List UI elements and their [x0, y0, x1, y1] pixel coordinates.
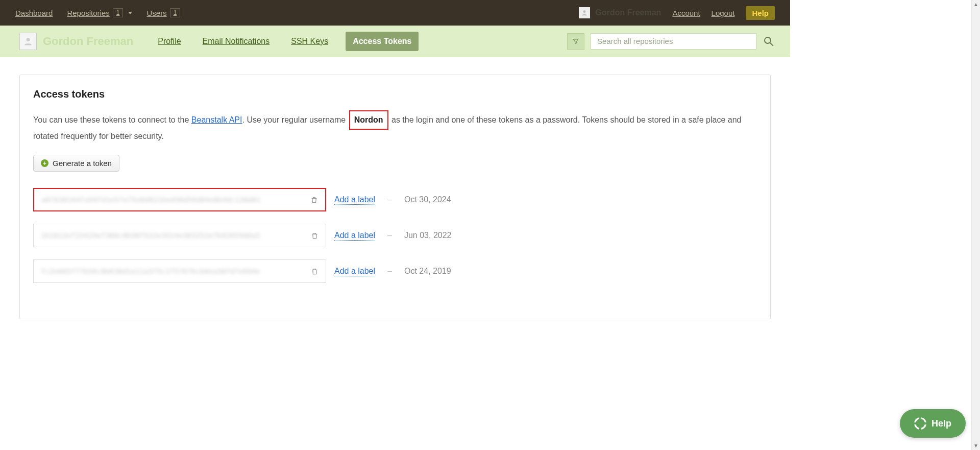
trash-icon[interactable]	[310, 196, 318, 204]
token-date: Oct 30, 2024	[404, 195, 451, 204]
tab-email-notifications[interactable]: Email Notifications	[199, 34, 274, 49]
topbar-right: Gordon Freeman Account Logout Help	[579, 6, 775, 20]
intro-before-link: You can use these tokens to connect to t…	[33, 115, 191, 124]
search-input[interactable]	[591, 33, 756, 50]
plus-icon: +	[41, 159, 48, 167]
profile-tabs: Profile Email Notifications SSH Keys Acc…	[154, 32, 419, 51]
nav-account[interactable]: Account	[672, 9, 700, 17]
nav-users-label: Users	[146, 9, 166, 17]
token-value: a87638164fa99fd1e57e75e8d821bed98d50d84e…	[41, 196, 261, 204]
filter-icon[interactable]	[567, 33, 584, 50]
token-row: fc2e665f77b56c8b638d1e11a375c1f57676cb6e…	[33, 259, 757, 283]
token-row: 1b1812ef23429ef368c8b98f522e3914e383252e…	[33, 224, 757, 247]
subbar: Gordon Freeman Profile Email Notificatio…	[0, 26, 790, 57]
separator: –	[387, 231, 392, 240]
separator: –	[387, 267, 392, 276]
avatar-icon	[579, 7, 590, 18]
token-row: a87638164fa99fd1e57e75e8d821bed98d50d84e…	[33, 188, 757, 211]
svg-point-2	[765, 37, 771, 43]
generate-token-button[interactable]: + Generate a token	[33, 155, 119, 172]
token-value-box[interactable]: a87638164fa99fd1e57e75e8d821bed98d50d84e…	[33, 188, 326, 211]
nav-users[interactable]: Users 1	[146, 8, 180, 17]
tab-ssh-keys[interactable]: SSH Keys	[287, 34, 332, 49]
current-user-ghost: Gordon Freeman	[579, 7, 661, 18]
token-value-box[interactable]: 1b1812ef23429ef368c8b98f522e3914e383252e…	[33, 224, 326, 247]
token-date: Jun 03, 2022	[404, 231, 452, 240]
nav-help-button[interactable]: Help	[746, 6, 775, 20]
repositories-count-badge: 1	[113, 8, 124, 17]
trash-icon[interactable]	[311, 232, 318, 240]
users-count-badge: 1	[170, 8, 181, 17]
add-label-link[interactable]: Add a label	[334, 231, 375, 241]
tab-access-tokens[interactable]: Access Tokens	[346, 32, 419, 51]
generate-token-label: Generate a token	[53, 159, 112, 168]
content-card: Access tokens You can use these tokens t…	[19, 75, 771, 319]
separator: –	[387, 195, 392, 204]
svg-line-3	[770, 43, 773, 46]
search-area	[567, 33, 775, 50]
intro-after-link: . Use your regular username	[242, 115, 348, 124]
topbar-left: Dashboard Repositories 1 Users 1	[15, 8, 180, 17]
trash-icon[interactable]	[311, 268, 318, 275]
tokens-list: a87638164fa99fd1e57e75e8d821bed98d50d84e…	[33, 188, 757, 283]
nav-repositories[interactable]: Repositories 1	[67, 8, 132, 17]
token-value: 1b1812ef23429ef368c8b98f522e3914e383252e…	[41, 231, 260, 240]
svg-point-1	[27, 38, 30, 41]
current-user-name: Gordon Freeman	[595, 8, 661, 17]
profile-avatar	[19, 33, 37, 50]
chevron-down-icon[interactable]	[128, 12, 132, 14]
token-value-box[interactable]: fc2e665f77b56c8b638d1e11a375c1f57676cb6e…	[33, 259, 326, 283]
add-label-link[interactable]: Add a label	[334, 195, 375, 205]
intro-text: You can use these tokens to connect to t…	[33, 110, 757, 143]
tab-profile[interactable]: Profile	[154, 34, 185, 49]
svg-point-0	[583, 10, 586, 13]
topbar: Dashboard Repositories 1 Users 1 Gordon …	[0, 0, 790, 26]
token-value: fc2e665f77b56c8b638d1e11a375c1f57676cb6e…	[41, 267, 260, 275]
search-icon[interactable]	[763, 35, 775, 48]
nav-dashboard[interactable]: Dashboard	[15, 9, 53, 17]
highlighted-username: Nordon	[349, 110, 388, 130]
nav-logout[interactable]: Logout	[712, 9, 735, 17]
nav-repositories-label: Repositories	[67, 9, 109, 17]
profile-name: Gordon Freeman	[43, 35, 133, 48]
api-link[interactable]: Beanstalk API	[191, 115, 242, 124]
token-date: Oct 24, 2019	[404, 267, 451, 276]
page-title: Access tokens	[33, 88, 757, 100]
add-label-link[interactable]: Add a label	[334, 267, 375, 276]
